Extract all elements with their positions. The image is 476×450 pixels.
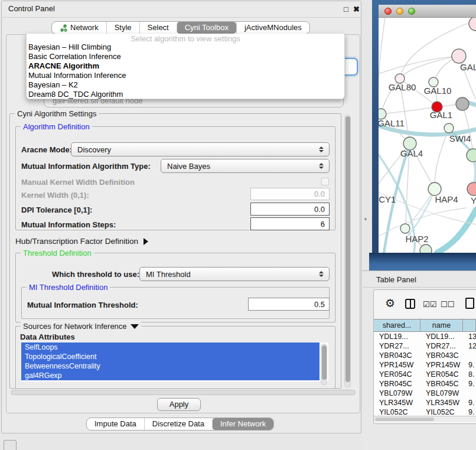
close-traffic-light-icon[interactable] xyxy=(384,8,392,15)
network-icon xyxy=(60,24,67,32)
document-icon[interactable] xyxy=(465,298,474,309)
attributes-scrollbar-thumb[interactable] xyxy=(322,345,327,380)
algorithm-option[interactable]: Bayesian – Hill Climbing xyxy=(27,43,344,52)
data-attribute-item[interactable]: BetweennessCentrality xyxy=(21,361,319,371)
divider xyxy=(363,287,476,288)
column-header-name[interactable]: name xyxy=(420,319,463,331)
network-edge[interactable] xyxy=(381,107,433,114)
split-columns-icon[interactable] xyxy=(405,299,415,309)
which-threshold-combo[interactable]: MI Threshold xyxy=(139,267,330,281)
algorithm-option[interactable]: Basic Correlation Inference xyxy=(27,52,344,61)
network-node-label: GAL xyxy=(460,62,476,72)
mi-steps-field[interactable]: 6 xyxy=(250,217,330,230)
algorithm-option[interactable]: Mutual Information Inference xyxy=(27,71,344,80)
table-cell: YER054C xyxy=(420,370,463,379)
network-window-titlebar[interactable] xyxy=(379,5,476,18)
table-cell: YBR045C xyxy=(374,379,420,389)
tab-infer-network[interactable]: Infer Network xyxy=(212,418,273,430)
sources-legend-label: Sources for Network Inference xyxy=(23,322,127,331)
panel-resize-grip[interactable] xyxy=(364,218,367,220)
algorithm-option[interactable]: Dream8 DC_TDC Algorithm xyxy=(27,90,344,99)
kernel-width-label: Kernel Width (0,1): xyxy=(21,191,89,200)
network-edge[interactable] xyxy=(442,105,458,106)
algorithm-option[interactable]: Bayesian – K2 xyxy=(27,80,344,90)
float-window-icon[interactable]: □ xyxy=(344,5,348,14)
network-edge[interactable] xyxy=(407,190,435,236)
tab-impute-data[interactable]: Impute Data xyxy=(87,418,144,430)
tab-select[interactable]: Select xyxy=(139,22,177,34)
table-row[interactable]: YBL079WYBL079W xyxy=(374,389,476,398)
network-node[interactable] xyxy=(400,224,410,233)
zoom-traffic-light-icon[interactable] xyxy=(408,8,415,15)
attributes-scrollbar[interactable] xyxy=(321,344,327,385)
hub-definition-expander[interactable]: Hub/Transcription Factor Definition xyxy=(15,237,148,246)
settings-horizontal-scrollbar[interactable] xyxy=(11,390,356,395)
network-svg[interactable]: GALGAL80GAL10GAL1GAL11SWI4GAL4GCY1HAP4YH… xyxy=(379,18,476,253)
tab-label: Discretize Data xyxy=(152,418,204,430)
table-header[interactable]: shared... name xyxy=(374,319,476,332)
sources-legend[interactable]: Sources for Network Inference xyxy=(21,322,141,331)
network-edge[interactable] xyxy=(379,18,385,195)
dpi-tolerance-field[interactable]: 0.0 xyxy=(250,203,330,216)
table-row[interactable]: YDL19...YDL19...13 xyxy=(374,332,476,341)
which-threshold-label: Which threshold to use: xyxy=(52,270,139,279)
tab-style[interactable]: Style xyxy=(106,22,139,34)
close-icon[interactable]: ✖ xyxy=(353,5,360,14)
aracne-mode-combo[interactable]: Discovery xyxy=(71,142,330,156)
network-node[interactable] xyxy=(428,182,441,195)
kernel-width-field[interactable]: 0.0 xyxy=(250,188,330,200)
column-header-clipped[interactable] xyxy=(463,319,476,331)
manual-kernel-width-checkbox[interactable] xyxy=(321,178,329,185)
table-row[interactable]: YDR27...YDR27...12 xyxy=(374,341,476,351)
algorithm-prompt: Select algorithm to view settings xyxy=(27,34,344,43)
group-legend: Threshold Definition xyxy=(21,249,94,257)
column-header-shared-name[interactable]: shared... xyxy=(374,319,420,331)
data-attribute-item[interactable]: SelfLoops xyxy=(21,343,319,352)
mi-algorithm-type-combo[interactable]: Naive Bayes xyxy=(161,159,330,173)
network-node-label: GCY1 xyxy=(379,194,396,204)
table-row[interactable]: YLR345WYLR345W9. xyxy=(374,398,476,407)
aracne-mode-label: Aracne Mode: xyxy=(21,145,72,154)
deselect-checkboxes-icon[interactable]: ☐☐ xyxy=(441,300,454,309)
minimize-traffic-light-icon[interactable] xyxy=(396,8,403,15)
tab-jactivemnodules[interactable]: jActiveMNodules xyxy=(236,22,309,34)
table-horizontal-scrollbar[interactable] xyxy=(374,416,476,422)
table-row[interactable]: YER054CYER054C8. xyxy=(374,370,476,379)
table-row[interactable]: YIL052CYIL052C9. xyxy=(374,407,476,416)
table-cell: YDR27... xyxy=(420,341,463,351)
network-node[interactable] xyxy=(467,182,476,195)
data-attributes-list[interactable]: SelfLoopsTopologicalCoefficientBetweenne… xyxy=(21,343,328,381)
data-attribute-item[interactable]: gal4RGexp xyxy=(21,371,319,380)
apply-button[interactable]: Apply xyxy=(157,398,201,411)
network-node[interactable] xyxy=(456,97,469,110)
network-node[interactable] xyxy=(420,244,432,253)
expand-arrow-icon xyxy=(144,238,148,245)
tab-label: Cyni Toolbox xyxy=(185,22,229,34)
table-row[interactable]: YBR043CYBR043C xyxy=(374,351,476,360)
data-attribute-item[interactable]: TopologicalCoefficient xyxy=(21,352,319,361)
tab-discretize-data[interactable]: Discretize Data xyxy=(144,418,212,430)
table-cell: YPR145W xyxy=(374,360,420,370)
table-scrollbar-thumb[interactable] xyxy=(375,418,434,421)
gear-icon[interactable]: ⚙ xyxy=(385,296,395,310)
tab-network[interactable]: Network xyxy=(52,22,106,34)
panel-title: Control Panel xyxy=(8,4,55,13)
network-node[interactable] xyxy=(467,149,476,162)
control-panel-titlebar xyxy=(1,1,361,18)
table-row[interactable]: YPR145WYPR145W9. xyxy=(374,360,476,370)
network-node[interactable] xyxy=(452,49,466,63)
tab-cyni-toolbox[interactable]: Cyni Toolbox xyxy=(177,22,236,34)
settings-scrollbar-thumb[interactable] xyxy=(345,116,350,382)
mi-threshold-field[interactable]: 0.5 xyxy=(248,298,330,311)
table-cell: YIL052C xyxy=(374,407,420,416)
spinner-arrows-icon xyxy=(319,163,324,169)
algorithm-option[interactable]: ARACNE Algorithm xyxy=(27,61,344,71)
network-node[interactable] xyxy=(444,123,454,133)
settings-vertical-scrollbar[interactable] xyxy=(344,115,351,387)
spinner-arrows-icon xyxy=(319,271,324,277)
network-node[interactable] xyxy=(469,18,476,31)
algorithm-options: Bayesian – Hill ClimbingBasic Correlatio… xyxy=(27,43,344,99)
table-row[interactable]: YBR045CYBR045C9. xyxy=(374,379,476,389)
collapsed-panel-icon[interactable] xyxy=(4,440,17,450)
select-all-checkboxes-icon[interactable]: ☑☑ xyxy=(423,300,436,309)
